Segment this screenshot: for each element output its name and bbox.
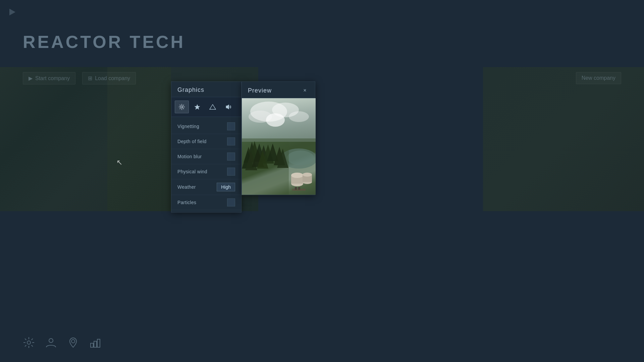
- tab-triangle[interactable]: [206, 101, 220, 113]
- graphics-panel: Graphics: [171, 81, 241, 213]
- svg-rect-5: [94, 341, 97, 347]
- svg-rect-40: [295, 187, 297, 190]
- tab-settings[interactable]: [175, 101, 189, 113]
- profile-icon[interactable]: [45, 337, 57, 349]
- setting-motion-blur: Motion blur: [171, 149, 241, 164]
- tab-sound[interactable]: [221, 101, 235, 113]
- tab-star[interactable]: [190, 101, 204, 113]
- svg-point-38: [303, 173, 312, 177]
- svg-point-2: [49, 339, 53, 343]
- data-icon[interactable]: [89, 337, 101, 349]
- start-label: Start company: [35, 75, 70, 81]
- vignetting-label: Vignetting: [177, 124, 199, 129]
- main-menu-buttons: ▶ Start company ⊞ Load company: [23, 72, 136, 84]
- bottom-toolbar: [23, 337, 101, 349]
- close-button[interactable]: ×: [301, 86, 309, 95]
- particles-label: Particles: [177, 200, 196, 205]
- physical-wind-label: Physical wind: [177, 169, 207, 174]
- setting-particles: Particles: [171, 195, 241, 210]
- settings-list: Vignetting Depth of field Motion blur Ph…: [171, 117, 241, 212]
- graphics-title: Graphics: [177, 86, 204, 93]
- svg-marker-8: [194, 104, 200, 110]
- preview-scene-svg: [242, 98, 316, 195]
- tab-row: [171, 97, 241, 117]
- svg-rect-4: [91, 343, 93, 347]
- setting-weather: Weather High: [171, 179, 241, 195]
- svg-marker-9: [210, 105, 216, 110]
- dialog-wrapper: Graphics: [171, 81, 315, 213]
- vignetting-checkbox[interactable]: [227, 122, 235, 130]
- svg-point-14: [289, 111, 309, 122]
- depth-of-field-label: Depth of field: [177, 139, 207, 144]
- weather-value-button[interactable]: High: [217, 183, 235, 191]
- settings-icon[interactable]: [23, 337, 35, 349]
- load-icon: ⊞: [88, 75, 92, 81]
- new-company-button[interactable]: New company: [576, 72, 621, 84]
- svg-point-7: [181, 106, 183, 108]
- svg-marker-0: [9, 9, 15, 15]
- depth-of-field-checkbox[interactable]: [227, 137, 235, 145]
- setting-physical-wind: Physical wind: [171, 164, 241, 179]
- svg-rect-41: [298, 187, 300, 190]
- graphics-panel-header: Graphics: [171, 82, 241, 97]
- svg-point-15: [266, 113, 285, 127]
- bg-map-right: [483, 67, 644, 211]
- motion-blur-checkbox[interactable]: [227, 153, 235, 161]
- new-company-label: New company: [582, 75, 615, 81]
- location-icon[interactable]: [67, 337, 79, 349]
- load-company-button[interactable]: ⊞ Load company: [82, 72, 136, 84]
- start-company-button[interactable]: ▶ Start company: [23, 72, 75, 84]
- svg-rect-6: [97, 339, 100, 347]
- physical-wind-checkbox[interactable]: [227, 168, 235, 176]
- setting-vignetting: Vignetting: [171, 119, 241, 134]
- preview-header: Preview ×: [242, 82, 315, 98]
- motion-blur-label: Motion blur: [177, 154, 202, 159]
- start-icon: ▶: [29, 75, 33, 81]
- particles-checkbox[interactable]: [227, 198, 235, 206]
- svg-point-35: [291, 173, 303, 178]
- svg-marker-10: [226, 105, 229, 110]
- preview-panel: Preview ×: [241, 81, 315, 195]
- weather-label: Weather: [177, 184, 196, 190]
- setting-depth-of-field: Depth of field: [171, 134, 241, 149]
- game-title: REACTOR TECH: [23, 32, 185, 52]
- svg-point-1: [27, 341, 31, 344]
- load-label: Load company: [95, 75, 130, 81]
- preview-image: [242, 98, 316, 195]
- top-left-icon[interactable]: [7, 7, 17, 17]
- preview-title: Preview: [248, 87, 272, 94]
- svg-point-3: [71, 340, 75, 343]
